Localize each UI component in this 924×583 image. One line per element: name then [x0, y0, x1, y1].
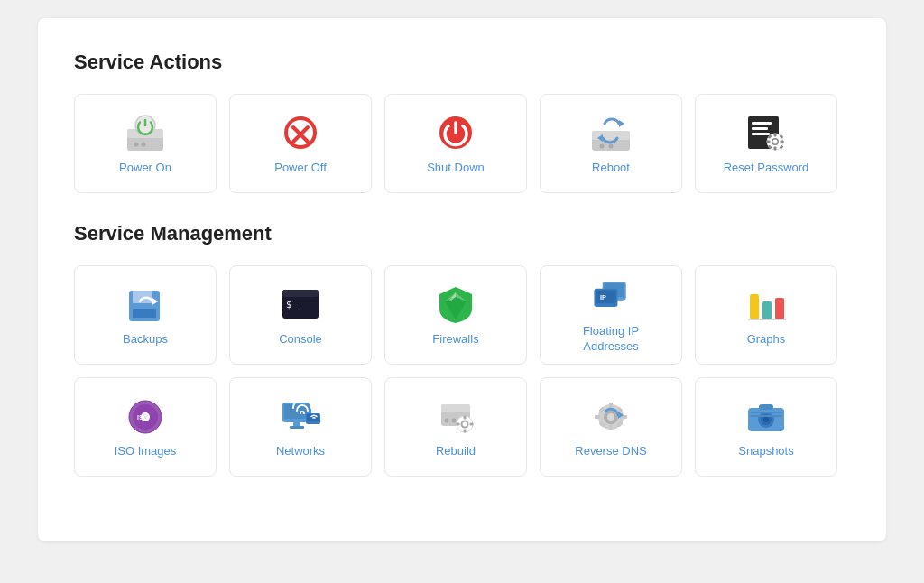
iso-images-label: ISO Images [115, 444, 177, 459]
backups-card[interactable]: Backups [74, 265, 217, 365]
power-off-card[interactable]: Power Off [229, 94, 372, 193]
svg-rect-37 [282, 290, 319, 297]
svg-rect-19 [752, 133, 770, 135]
rebuild-card[interactable]: Rebuild [384, 377, 527, 477]
iso-images-icon: ISO [122, 395, 169, 437]
main-card: Service Actions Power On [38, 18, 886, 541]
console-label: Console [279, 332, 322, 347]
backups-label: Backups [123, 332, 168, 347]
svg-point-88 [763, 417, 769, 422]
graphs-icon [743, 283, 790, 325]
svg-point-63 [452, 418, 457, 422]
reset-password-card[interactable]: Reset Password [695, 94, 837, 193]
svg-point-3 [142, 142, 146, 146]
svg-rect-24 [774, 133, 777, 136]
svg-point-66 [463, 421, 467, 426]
svg-rect-34 [133, 309, 156, 318]
svg-rect-17 [752, 122, 772, 125]
svg-rect-61 [441, 404, 470, 412]
svg-rect-27 [781, 140, 784, 143]
service-management-title: Service Management [74, 222, 850, 245]
svg-rect-11 [592, 131, 630, 140]
svg-rect-18 [752, 127, 768, 130]
svg-rect-57 [290, 426, 304, 429]
snapshots-label: Snapshots [738, 444, 793, 459]
power-on-label: Power On [119, 161, 171, 176]
power-on-card[interactable]: Power On [74, 94, 217, 193]
snapshots-card[interactable]: Snapshots [695, 377, 837, 477]
svg-rect-56 [293, 422, 300, 426]
service-management-grid: Backups $_ Console [74, 265, 850, 477]
svg-rect-75 [609, 424, 613, 430]
svg-point-2 [134, 142, 139, 146]
svg-rect-86 [750, 412, 782, 413]
svg-rect-70 [470, 422, 474, 425]
service-actions-title: Service Actions [74, 51, 850, 74]
reboot-icon [587, 112, 634, 153]
firewalls-icon [432, 283, 479, 325]
power-off-label: Power Off [274, 161, 327, 176]
reboot-label: Reboot [592, 161, 630, 176]
rebuild-icon [432, 395, 479, 437]
svg-text:ISO: ISO [137, 414, 149, 421]
shut-down-card[interactable]: Shut Down [384, 94, 527, 193]
shut-down-label: Shut Down [427, 161, 485, 176]
floating-ip-icon: IP [587, 275, 634, 317]
rebuild-label: Rebuild [436, 444, 476, 459]
console-icon: $_ [277, 283, 324, 325]
svg-rect-69 [457, 422, 460, 425]
snapshots-icon [743, 395, 790, 437]
networks-label: Networks [276, 444, 325, 459]
power-on-icon [122, 112, 169, 153]
reset-password-icon [743, 112, 790, 153]
svg-rect-87 [750, 415, 782, 417]
iso-images-card[interactable]: ISO ISO Images [74, 377, 217, 477]
console-card[interactable]: $_ Console [229, 265, 372, 365]
reset-password-label: Reset Password [724, 161, 809, 176]
svg-rect-25 [774, 146, 777, 150]
svg-text:$_: $_ [286, 300, 298, 310]
svg-text:IP: IP [600, 293, 606, 301]
svg-point-12 [600, 143, 605, 148]
svg-rect-76 [595, 415, 600, 419]
reverse-dns-card[interactable]: Reverse DNS [540, 377, 682, 477]
backups-icon [122, 283, 169, 325]
networks-icon [277, 395, 324, 437]
reverse-dns-label: Reverse DNS [575, 444, 646, 459]
svg-rect-26 [767, 140, 771, 143]
svg-rect-89 [759, 404, 773, 410]
firewalls-label: Firewalls [432, 332, 478, 347]
svg-point-23 [773, 139, 778, 143]
svg-rect-44 [750, 294, 759, 319]
svg-marker-14 [619, 120, 624, 127]
svg-rect-67 [464, 415, 467, 419]
floating-ip-card[interactable]: IP Floating IP Addresses [540, 265, 682, 365]
svg-rect-45 [762, 301, 772, 319]
networks-card[interactable]: Networks [229, 377, 372, 477]
shut-down-icon [432, 112, 479, 153]
service-actions-grid: Power On Power Off [74, 94, 850, 193]
floating-ip-label: Floating IP Addresses [557, 324, 665, 355]
graphs-label: Graphs [747, 332, 786, 347]
reboot-card[interactable]: Reboot [540, 94, 682, 193]
graphs-card[interactable]: Graphs [695, 265, 837, 365]
svg-point-62 [445, 418, 449, 422]
svg-rect-46 [775, 298, 784, 319]
firewalls-card[interactable]: Firewalls [384, 265, 527, 365]
power-off-icon [277, 112, 324, 153]
svg-rect-74 [609, 403, 613, 408]
svg-point-13 [609, 143, 614, 148]
svg-point-73 [607, 413, 614, 421]
svg-rect-33 [133, 291, 152, 303]
svg-rect-68 [464, 429, 467, 432]
reverse-dns-icon [587, 395, 634, 437]
